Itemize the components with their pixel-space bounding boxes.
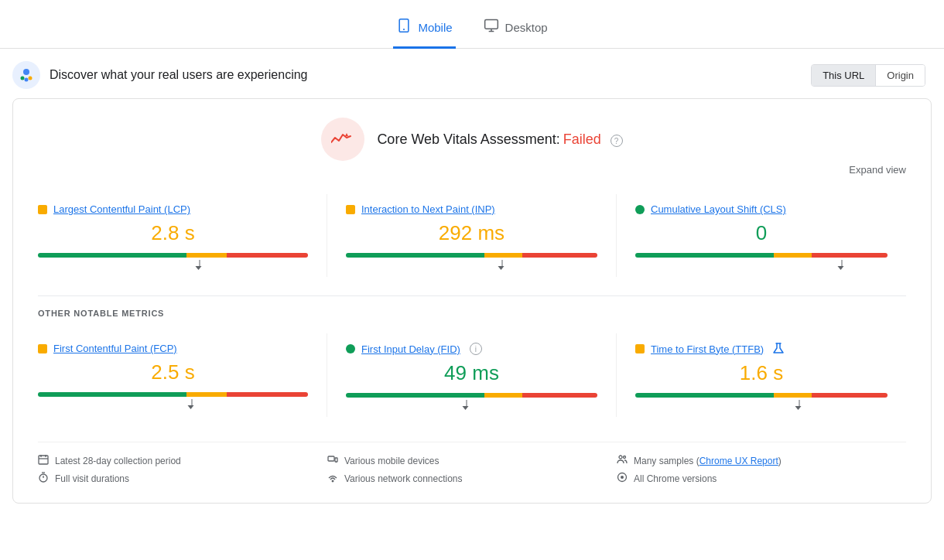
lcp-label[interactable]: Largest Contentful Paint (LCP) [53, 203, 190, 215]
footer-col2: Various mobile devices Various network c… [327, 452, 617, 487]
fid-bar [346, 393, 597, 398]
tab-mobile-label: Mobile [418, 21, 452, 34]
metric-fcp: First Contentful Paint (FCP) 2.5 s [38, 333, 327, 417]
fid-label[interactable]: First Input Delay (FID) [361, 343, 460, 355]
svg-point-25 [621, 476, 624, 479]
fid-marker [346, 400, 597, 408]
cls-marker [635, 260, 888, 268]
svg-point-5 [23, 69, 29, 75]
assessment-icon [321, 118, 364, 161]
fcp-bar [38, 392, 308, 397]
svg-rect-11 [39, 456, 48, 464]
footer-col1: Latest 28-day collection period Full vis… [38, 452, 327, 487]
svg-marker-9 [345, 133, 348, 136]
fid-value: 49 ms [346, 361, 597, 385]
fid-info-icon[interactable]: i [470, 343, 482, 355]
other-metrics-label: OTHER NOTABLE METRICS [38, 309, 906, 318]
footer-mobile-devices: Various mobile devices [327, 452, 617, 470]
lcp-dot [38, 205, 47, 214]
main-card: Core Web Vitals Assessment: Failed ? Exp… [12, 98, 932, 504]
fcp-marker [38, 399, 308, 407]
calendar-icon [38, 454, 49, 467]
tab-desktop[interactable]: Desktop [481, 10, 551, 49]
assessment-header: Core Web Vitals Assessment: Failed ? [38, 118, 906, 161]
cls-dot [635, 205, 645, 214]
footer-mobile-text: Various mobile devices [344, 456, 440, 466]
footer-visit-durations: Full visit durations [38, 470, 327, 487]
footer-network-text: Various network connections [344, 473, 463, 484]
fid-label-row: First Input Delay (FID) i [346, 343, 597, 355]
inp-value: 292 ms [346, 221, 597, 245]
fcp-dot [38, 344, 47, 353]
svg-rect-19 [335, 458, 337, 462]
svg-point-21 [332, 480, 333, 482]
timer-icon [38, 472, 49, 485]
this-url-button[interactable]: This URL [812, 65, 876, 86]
cls-bar [635, 253, 888, 258]
metric-cls: Cumulative Layout Shift (CLS) 0 [617, 194, 906, 277]
origin-button[interactable]: Origin [876, 65, 925, 86]
ttfb-dot [635, 344, 645, 353]
inp-label[interactable]: Interaction to Next Paint (INP) [361, 203, 495, 215]
mobile-icon [396, 18, 412, 37]
svg-point-23 [624, 456, 626, 459]
ttfb-value: 1.6 s [635, 361, 888, 385]
ttfb-label[interactable]: Time to First Byte (TTFB) [651, 343, 764, 355]
cls-value: 0 [635, 221, 888, 245]
footer: Latest 28-day collection period Full vis… [38, 442, 906, 487]
header-left: Discover what your real users are experi… [12, 61, 307, 89]
svg-point-7 [25, 78, 29, 82]
footer-chrome-text: All Chrome versions [634, 473, 717, 484]
other-metrics-grid: First Contentful Paint (FCP) 2.5 s First… [38, 327, 906, 429]
svg-rect-2 [484, 20, 498, 29]
fcp-label-row: First Contentful Paint (FCP) [38, 343, 308, 354]
lcp-bar [38, 253, 308, 258]
desktop-icon [484, 18, 499, 37]
assessment-status: Failed [563, 131, 601, 147]
lcp-marker [38, 260, 308, 268]
assessment-info-icon[interactable]: ? [611, 135, 623, 147]
cls-label-row: Cumulative Layout Shift (CLS) [635, 203, 888, 215]
footer-collection-text: Latest 28-day collection period [55, 456, 181, 466]
footer-col3: Many samples (Chrome UX Report) All Chro… [617, 452, 906, 487]
metric-lcp: Largest Contentful Paint (LCP) 2.8 s [38, 194, 327, 277]
header-title: Discover what your real users are experi… [50, 68, 307, 82]
lcp-value: 2.8 s [38, 221, 308, 245]
fcp-label[interactable]: First Contentful Paint (FCP) [53, 343, 177, 354]
beaker-icon [773, 343, 784, 355]
inp-dot [346, 205, 355, 214]
users-icon [617, 454, 628, 467]
metric-ttfb: Time to First Byte (TTFB) 1.6 s [617, 333, 906, 417]
lcp-label-row: Largest Contentful Paint (LCP) [38, 203, 308, 215]
tab-desktop-label: Desktop [505, 21, 548, 34]
svg-point-6 [21, 77, 25, 80]
tab-bar: Mobile Desktop [0, 0, 944, 49]
metric-fid: First Input Delay (FID) i 49 ms [327, 333, 617, 417]
assessment-title: Core Web Vitals Assessment: Failed ? [377, 131, 622, 148]
svg-rect-18 [328, 456, 334, 461]
ttfb-marker [635, 400, 888, 408]
inp-marker [346, 260, 597, 268]
chrome-icon [617, 472, 628, 485]
footer-samples: Many samples (Chrome UX Report) [617, 452, 906, 470]
ttfb-label-row: Time to First Byte (TTFB) [635, 343, 888, 355]
footer-collection-period: Latest 28-day collection period [38, 452, 327, 470]
section-header: Discover what your real users are experi… [0, 49, 944, 98]
svg-point-8 [29, 77, 32, 80]
ttfb-bar [635, 393, 888, 398]
footer-samples-text: Many samples (Chrome UX Report) [634, 456, 782, 466]
avatar [12, 61, 40, 89]
expand-view[interactable]: Expand view [38, 164, 906, 176]
footer-chrome-versions: All Chrome versions [617, 470, 906, 487]
footer-network: Various network connections [327, 470, 617, 487]
section-divider [38, 295, 906, 296]
svg-point-22 [619, 456, 622, 459]
inp-bar [346, 253, 597, 258]
fcp-value: 2.5 s [38, 360, 308, 384]
devices-icon [327, 454, 338, 467]
chrome-ux-report-link[interactable]: Chrome UX Report [699, 456, 778, 466]
tab-mobile[interactable]: Mobile [393, 10, 455, 49]
cls-label[interactable]: Cumulative Layout Shift (CLS) [651, 203, 786, 215]
fid-dot [346, 344, 355, 353]
network-icon [327, 472, 338, 485]
